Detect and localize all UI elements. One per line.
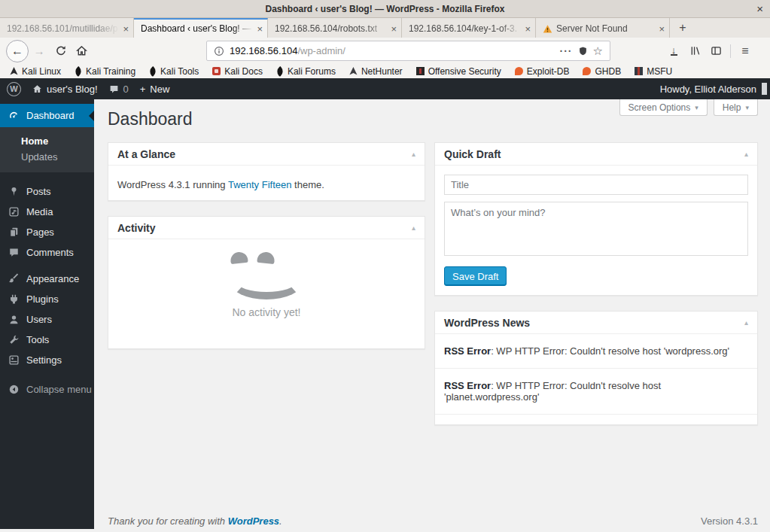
collapse-toggle-button[interactable]: ▴ xyxy=(412,150,415,158)
collapse-toggle-button[interactable]: ▴ xyxy=(744,318,748,327)
bookmark-kali-forums[interactable]: Kali Forums xyxy=(276,66,336,77)
window-close-button[interactable]: × xyxy=(756,2,763,14)
sidebar-item-media[interactable]: Media xyxy=(0,202,94,222)
widget-header[interactable]: WordPress News ▴ xyxy=(435,312,757,334)
widget-quick-draft: Quick Draft ▴ Save Draft xyxy=(434,142,758,296)
tab-mutillidae[interactable]: 192.168.56.101/mutillidae/p × xyxy=(0,18,134,38)
my-account-menu[interactable]: Howdy, Elliot Alderson xyxy=(660,84,756,95)
tab-close-icon[interactable]: × xyxy=(387,24,397,34)
bookmark-ghdb[interactable]: GHDB xyxy=(583,66,621,77)
tab-key-file[interactable]: 192.168.56.104/key-1-of-3. × xyxy=(402,18,536,38)
home-icon xyxy=(32,84,42,94)
paintbrush-icon xyxy=(7,273,20,284)
wp-admin-bar: W user's Blog! 0 + New Howdy, Elliot Ald… xyxy=(0,78,770,99)
tab-close-icon[interactable]: × xyxy=(119,24,129,34)
app-menu-button[interactable]: ≡ xyxy=(735,41,756,62)
bookmark-kali-docs[interactable]: Kali Docs xyxy=(212,66,263,77)
new-content-menu[interactable]: + New xyxy=(140,84,170,95)
sidebar-item-posts[interactable]: Posts xyxy=(0,181,94,202)
collapse-icon xyxy=(7,384,20,395)
help-button[interactable]: Help ▾ xyxy=(714,99,758,116)
ghdb-icon xyxy=(583,67,591,75)
page-actions-icon[interactable]: ··· xyxy=(560,45,573,57)
bookmark-kali-linux[interactable]: Kali Linux xyxy=(10,66,61,77)
widget-header[interactable]: Quick Draft ▴ xyxy=(435,143,757,166)
tab-close-icon[interactable]: × xyxy=(521,24,531,34)
tracking-shield-icon[interactable] xyxy=(578,46,588,56)
collapse-menu-button[interactable]: Collapse menu xyxy=(0,379,94,400)
download-icon: ↓ xyxy=(671,46,677,56)
bookmark-kali-tools[interactable]: Kali Tools xyxy=(149,66,199,77)
version-label: Version 4.3.1 xyxy=(701,515,758,527)
sidebar-item-home[interactable]: Home xyxy=(0,133,94,149)
bookmark-kali-training[interactable]: Kali Training xyxy=(75,66,135,77)
wordpress-link[interactable]: WordPress xyxy=(228,515,279,527)
sidebar-toggle-button[interactable] xyxy=(705,41,726,62)
widget-header[interactable]: Activity ▴ xyxy=(108,217,425,239)
sidebar-item-comments[interactable]: Comments xyxy=(0,242,94,263)
new-tab-button[interactable]: + xyxy=(670,18,695,38)
bookmark-exploit-db[interactable]: Exploit-DB xyxy=(515,66,570,77)
widget-at-a-glance: At a Glance ▴ WordPress 4.3.1 running Tw… xyxy=(108,142,425,201)
back-button[interactable]: ← xyxy=(6,40,29,62)
sidebar-item-tools[interactable]: Tools xyxy=(0,330,94,350)
kali-forums-icon xyxy=(275,65,285,76)
tab-dashboard[interactable]: Dashboard ‹ user's Blog! — × xyxy=(134,18,268,38)
site-name-menu[interactable]: user's Blog! xyxy=(32,84,98,95)
wp-logo-menu[interactable]: W xyxy=(7,82,21,96)
sidebar-item-appearance[interactable]: Appearance xyxy=(0,269,94,289)
draft-content-textarea[interactable] xyxy=(444,202,748,256)
reload-button[interactable] xyxy=(50,41,71,62)
tab-server-not-found[interactable]: Server Not Found × xyxy=(536,18,670,38)
url-bar[interactable]: 192.168.56.104/wp-admin/ ··· ☆ xyxy=(206,41,610,61)
sidebar-item-plugins[interactable]: Plugins xyxy=(0,289,94,309)
draft-title-input[interactable] xyxy=(444,175,748,195)
tab-close-icon[interactable]: × xyxy=(253,24,263,34)
chevron-down-icon: ▾ xyxy=(695,104,698,111)
bookmark-nethunter[interactable]: NetHunter xyxy=(349,66,403,77)
downloads-button[interactable]: ↓ xyxy=(663,41,684,62)
current-item-arrow xyxy=(89,111,94,121)
pages-icon xyxy=(7,226,20,238)
bookmarks-bar: Kali Linux Kali Training Kali Tools Kali… xyxy=(0,64,770,78)
bookmark-msfu[interactable]: MSFU xyxy=(635,66,672,77)
wp-admin-footer: Thank you for creating with WordPress. V… xyxy=(108,515,758,527)
msfu-icon xyxy=(635,67,643,75)
settings-icon xyxy=(7,354,20,366)
screen-options-button[interactable]: Screen Options ▾ xyxy=(619,99,708,116)
theme-link[interactable]: Twenty Fifteen xyxy=(228,179,292,190)
comments-menu[interactable]: 0 xyxy=(109,84,129,95)
footer-thanks: Thank you for creating with WordPress. xyxy=(108,515,282,527)
rss-error-row: RSS Error: WP HTTP Error: Couldn't resol… xyxy=(435,334,757,369)
toolbar-divider xyxy=(730,44,731,58)
bookmark-star-icon[interactable]: ☆ xyxy=(593,44,603,58)
avatar[interactable] xyxy=(762,83,767,95)
url-input[interactable]: 192.168.56.104/wp-admin/ xyxy=(230,45,555,56)
exploit-db-icon xyxy=(515,67,523,75)
sidebar-item-settings[interactable]: Settings xyxy=(0,350,94,370)
plug-icon xyxy=(7,293,20,305)
page-info-icon[interactable] xyxy=(214,46,224,56)
forward-button[interactable]: → xyxy=(29,41,50,62)
wrench-icon xyxy=(7,334,20,345)
bookmark-offensive-security[interactable]: Offensive Security xyxy=(416,66,501,77)
sidebar-item-dashboard[interactable]: Dashboard xyxy=(0,104,94,127)
wp-admin-page: Dashboard Home Updates Posts Media Pages xyxy=(0,99,770,532)
tab-close-icon[interactable]: × xyxy=(655,24,665,34)
sidebar-item-pages[interactable]: Pages xyxy=(0,222,94,242)
home-button[interactable] xyxy=(71,41,92,62)
tab-robots-txt[interactable]: 192.168.56.104/robots.txt × xyxy=(268,18,402,38)
empty-state-message: No activity yet! xyxy=(232,306,300,318)
chevron-down-icon: ▾ xyxy=(745,104,749,111)
widget-header[interactable]: At a Glance ▴ xyxy=(108,143,425,166)
tab-bar: 192.168.56.101/mutillidae/p × Dashboard … xyxy=(0,18,770,38)
save-draft-button[interactable]: Save Draft xyxy=(444,266,507,286)
sidebar-item-users[interactable]: Users xyxy=(0,309,94,330)
collapse-toggle-button[interactable]: ▴ xyxy=(744,150,748,158)
user-icon xyxy=(7,314,20,325)
collapse-toggle-button[interactable]: ▴ xyxy=(412,223,415,232)
sidebar-item-updates[interactable]: Updates xyxy=(0,149,94,165)
media-icon xyxy=(7,206,20,217)
library-button[interactable] xyxy=(684,41,705,62)
navigation-toolbar: ← → 192.168.56.104/wp-admin/ ··· ☆ ↓ xyxy=(0,38,770,64)
